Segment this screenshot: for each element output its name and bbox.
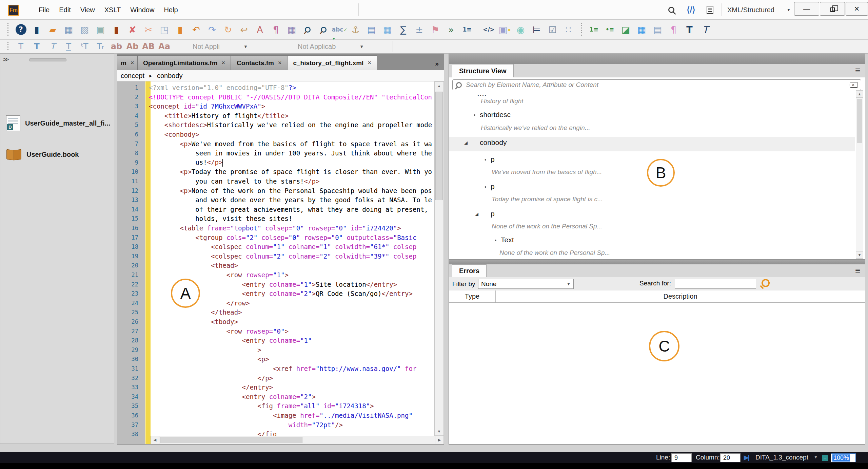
character-format-dropdown[interactable]: Not Appli ▼ <box>193 43 284 51</box>
text-italic-icon[interactable]: T <box>45 40 61 53</box>
bold-icon[interactable]: T <box>682 21 697 38</box>
structure-view-toggle-icon[interactable] <box>701 3 719 16</box>
expander-icon[interactable]: ◢ <box>475 211 478 217</box>
paste-icon[interactable]: ▮ <box>172 21 188 38</box>
text-frame-icon[interactable]: ▤ <box>363 21 379 38</box>
smart-insert-icon[interactable]: » <box>443 21 459 38</box>
column-header-type[interactable]: Type <box>449 290 496 302</box>
text-bold-icon[interactable]: T <box>29 40 45 53</box>
scrollbar-thumb[interactable] <box>857 99 862 143</box>
menu-window[interactable]: Window <box>125 0 159 20</box>
clear-search-icon[interactable]: ✕ <box>849 82 857 88</box>
toolbar-grip[interactable] <box>6 42 9 51</box>
sidebar-item-userguide-book[interactable]: UserGuide.book <box>6 149 79 160</box>
scroll-up-icon[interactable]: ▲ <box>856 90 863 98</box>
spell-check-icon[interactable]: abc✓ <box>332 21 348 38</box>
expander-icon[interactable]: ◢ <box>464 140 468 145</box>
tree-element--[interactable]: .... <box>477 90 487 97</box>
validation-icon[interactable]: ☑ <box>545 21 560 38</box>
sidebar-item-userguide-master[interactable]: UserGuide_master_all_fi... <box>6 115 110 131</box>
title-case-icon[interactable]: Aa <box>156 40 172 53</box>
structure-search-box[interactable]: Search by Element Name, Attribute or Con… <box>452 79 861 90</box>
find-next-icon[interactable]: ▸ <box>316 21 332 38</box>
conditional-text-icon[interactable]: ◉ <box>513 21 529 38</box>
tab-c_history_of_flight-xml[interactable]: c_history_of_flight.xml× <box>287 55 377 70</box>
scroll-down-icon[interactable]: ▼ <box>856 251 863 259</box>
mode-select-caret[interactable]: ▼ <box>787 0 791 20</box>
toolbar-grip[interactable] <box>6 23 9 36</box>
tab-structure-view[interactable]: Structure View <box>452 64 514 77</box>
breadcrumb-item[interactable]: conbody <box>157 72 183 80</box>
close-icon[interactable]: × <box>368 59 371 67</box>
close-icon[interactable]: × <box>222 59 225 67</box>
table-designer-icon[interactable]: ▦ <box>634 21 650 38</box>
menu-view[interactable]: View <box>76 0 100 20</box>
close-icon[interactable]: × <box>278 59 282 67</box>
delete-icon[interactable]: ✘ <box>124 21 140 38</box>
tree-element-conbody[interactable]: ◢conbody <box>480 138 507 147</box>
search-icon[interactable] <box>663 3 680 16</box>
subscript-icon[interactable]: Tₜ <box>93 40 108 53</box>
line-numbers-icon[interactable]: 1≡ <box>459 21 475 38</box>
tab-m[interactable]: m× <box>117 55 137 70</box>
initial-cap-icon[interactable]: Ab <box>124 40 140 53</box>
menu-help[interactable]: Help <box>159 0 182 20</box>
print-icon[interactable]: ▣ <box>93 21 108 38</box>
tab-overflow-button[interactable]: » <box>435 60 444 70</box>
scroll-right-icon[interactable]: ▶ <box>435 436 444 444</box>
scrollbar-thumb[interactable] <box>160 437 302 443</box>
menu-xslt[interactable]: XSLT <box>100 0 126 20</box>
tab-operatinglimitations-fm[interactable]: OperatingLimitations.fm× <box>137 55 231 70</box>
restore-button[interactable] <box>820 2 845 16</box>
anchor-icon[interactable]: ⚓ <box>348 21 363 38</box>
paste-special-icon[interactable]: ◳ <box>156 21 172 38</box>
minimize-button[interactable]: — <box>794 2 819 16</box>
close-button[interactable]: ✕ <box>846 2 868 16</box>
numbered-list-icon[interactable]: 1≡ <box>586 21 602 38</box>
tab-errors[interactable]: Errors <box>452 264 487 277</box>
italic-icon[interactable]: T <box>697 21 713 38</box>
scroll-up-icon[interactable]: ▲ <box>434 81 444 90</box>
save-icon[interactable]: ▦ <box>61 21 77 38</box>
paragraph-format-dropdown[interactable]: Not Applicab ▼ <box>298 43 382 51</box>
sidebar-grip[interactable] <box>29 58 66 61</box>
search-icon[interactable] <box>300 21 316 38</box>
tree-element-p[interactable]: ◢p <box>491 210 495 218</box>
pilcrow-icon[interactable]: ¶ <box>666 21 682 38</box>
find-character-format-icon[interactable]: A <box>252 21 268 38</box>
element-boundaries-icon[interactable]: ∷ <box>560 21 576 38</box>
error-filter-dropdown[interactable]: None ▼ <box>478 279 574 289</box>
uppercase-icon[interactable]: AB <box>140 40 156 53</box>
text-options-icon[interactable]: ▤ <box>650 21 666 38</box>
lock-icon[interactable]: ▮ <box>108 21 124 38</box>
help-icon[interactable]: ? <box>13 21 29 38</box>
zoom-out-icon[interactable]: − <box>822 455 828 461</box>
lowercase-icon[interactable]: ab <box>108 40 124 53</box>
sidebar-collapse-icon[interactable]: ≫ <box>3 56 9 63</box>
superscript-icon[interactable]: ᵗT <box>77 40 93 53</box>
panel-menu-icon[interactable]: ≡ <box>855 65 860 76</box>
equation-icon[interactable]: ∑ <box>395 21 411 38</box>
redo-icon[interactable]: ↷ <box>204 21 220 38</box>
tab-contacts-fm[interactable]: Contacts.fm× <box>231 55 287 70</box>
insert-table-icon[interactable]: ▦ <box>379 21 395 38</box>
line-input[interactable]: 9 <box>671 453 692 462</box>
undo-icon[interactable]: ↶ <box>188 21 204 38</box>
element-catalog-icon[interactable]: ▣▪ <box>497 21 513 38</box>
menu-file[interactable]: File <box>34 0 54 20</box>
element-boundaries-icon[interactable]: ▶| <box>744 454 749 461</box>
zoom-input[interactable]: 100% <box>831 453 856 462</box>
repeat-icon[interactable]: ↻ <box>220 21 236 38</box>
tree-element-shortdesc[interactable]: •shortdesc <box>480 111 511 119</box>
scroll-down-icon[interactable]: ▼ <box>434 427 444 436</box>
close-icon[interactable]: × <box>131 59 134 67</box>
breadcrumb-item[interactable]: concept <box>121 72 144 80</box>
new-document-icon[interactable]: ▮ <box>29 21 45 38</box>
open-folder-icon[interactable]: ▰ <box>45 21 61 38</box>
column-header-description[interactable]: Description <box>496 290 865 302</box>
find-table-format-icon[interactable]: ▦ <box>284 21 300 38</box>
scroll-left-icon[interactable]: ◀ <box>151 436 159 444</box>
bullet-list-icon[interactable]: •≡ <box>602 21 618 38</box>
variables-icon[interactable]: ± <box>411 21 427 38</box>
menu-edit[interactable]: Edit <box>54 0 75 20</box>
